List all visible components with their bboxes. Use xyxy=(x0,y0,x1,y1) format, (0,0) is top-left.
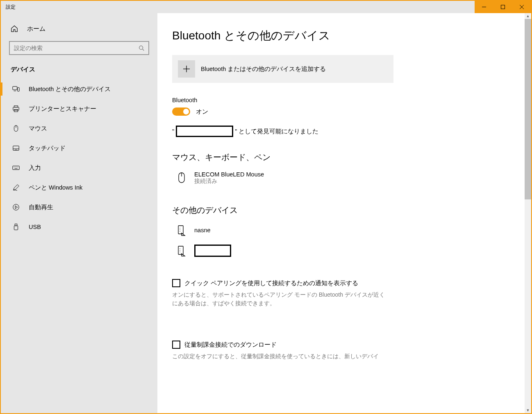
svg-point-18 xyxy=(14,167,14,167)
svg-rect-10 xyxy=(13,107,19,110)
svg-rect-25 xyxy=(14,226,18,230)
svg-rect-1 xyxy=(501,5,505,9)
sidebar-item-label: プリンターとスキャナー xyxy=(29,105,96,113)
device-name-redacted xyxy=(194,245,231,257)
svg-rect-30 xyxy=(178,226,183,234)
metered-label: 従量制課金接続でのダウンロード xyxy=(184,341,277,349)
svg-point-35 xyxy=(180,248,180,249)
svg-rect-34 xyxy=(178,246,183,254)
svg-rect-6 xyxy=(13,87,17,90)
group-heading-other: その他のデバイス xyxy=(172,205,484,216)
svg-rect-9 xyxy=(14,106,18,108)
sidebar-item-label: ペンと Windows Ink xyxy=(29,184,82,192)
svg-point-32 xyxy=(180,229,180,230)
add-device-label: Bluetooth またはその他のデバイスを追加する xyxy=(201,65,326,73)
usb-icon xyxy=(12,223,20,231)
sidebar-item-bluetooth[interactable]: Bluetooth とその他のデバイス xyxy=(1,79,157,99)
plus-icon xyxy=(182,65,191,73)
sidebar-item-pen[interactable]: ペンと Windows Ink xyxy=(1,178,157,197)
svg-point-4 xyxy=(139,46,143,50)
discoverable-text: " " として発見可能になりました xyxy=(172,126,484,137)
media-device-icon xyxy=(177,225,186,236)
svg-point-36 xyxy=(180,250,180,250)
svg-point-31 xyxy=(180,228,180,228)
search-icon xyxy=(139,45,144,51)
sidebar-item-label: 入力 xyxy=(29,164,41,172)
device-status: 接続済み xyxy=(194,178,264,185)
device-item-nasne[interactable]: nasne xyxy=(172,222,484,242)
svg-line-5 xyxy=(143,49,144,51)
discoverable-suffix: " として発見可能になりました xyxy=(235,128,318,135)
toggle-state-label: オン xyxy=(196,108,208,116)
sidebar-item-label: マウス xyxy=(29,125,47,133)
minimize-button[interactable] xyxy=(475,1,493,13)
add-device-button[interactable]: Bluetooth またはその他のデバイスを追加する xyxy=(172,55,393,83)
svg-rect-7 xyxy=(18,87,20,91)
svg-rect-11 xyxy=(14,110,18,112)
minimize-icon xyxy=(482,5,486,9)
mouse-device-icon xyxy=(177,172,186,183)
metered-description: この設定をオフにすると、従量制課金接続を使っているときには、新しいデバイ xyxy=(172,352,389,361)
sidebar-item-typing[interactable]: 入力 xyxy=(1,158,157,178)
scroll-down-icon[interactable]: ▼ xyxy=(525,407,531,413)
svg-point-23 xyxy=(13,204,19,210)
group-heading-mkp: マウス、キーボード、ペン xyxy=(172,152,484,163)
device-item-mouse[interactable]: ELECOM BlueLED Mouse 接続済み xyxy=(172,169,484,193)
mouse-icon xyxy=(12,125,20,132)
pen-icon xyxy=(12,184,20,191)
keyboard-icon xyxy=(12,164,20,172)
page-title: Bluetooth とその他のデバイス xyxy=(172,28,484,43)
titlebar: 設定 xyxy=(1,1,531,13)
category-header: デバイス xyxy=(1,62,157,79)
sidebar-item-autoplay[interactable]: 自動再生 xyxy=(1,197,157,217)
toggle-knob xyxy=(183,109,189,114)
svg-point-20 xyxy=(16,167,16,167)
svg-rect-17 xyxy=(13,166,19,170)
maximize-button[interactable] xyxy=(493,1,512,13)
maximize-icon xyxy=(501,5,505,9)
svg-point-33 xyxy=(180,231,180,231)
content-area: Bluetooth とその他のデバイス Bluetooth またはその他のデバイ… xyxy=(157,13,531,413)
home-nav[interactable]: ホーム xyxy=(1,20,157,38)
home-label: ホーム xyxy=(27,25,45,33)
device-name: ELECOM BlueLED Mouse xyxy=(194,171,264,178)
sidebar-item-mouse[interactable]: マウス xyxy=(1,119,157,138)
device-name-redacted xyxy=(176,126,233,137)
sidebar-item-label: USB xyxy=(29,224,41,230)
search-field[interactable] xyxy=(14,45,139,51)
home-icon xyxy=(11,25,18,32)
bluetooth-toggle[interactable] xyxy=(172,108,190,116)
quick-pairing-description: オンにすると、サポートされているペアリング モードの Bluetooth デバイ… xyxy=(172,290,389,308)
close-button[interactable] xyxy=(512,1,531,13)
sidebar-item-label: 自動再生 xyxy=(29,204,53,211)
scrollbar-thumb[interactable] xyxy=(525,19,531,199)
sidebar-item-label: Bluetooth とその他のデバイス xyxy=(29,85,111,93)
svg-rect-24 xyxy=(15,224,17,226)
sidebar-item-printers[interactable]: プリンターとスキャナー xyxy=(1,99,157,119)
svg-point-21 xyxy=(17,167,18,167)
search-input[interactable] xyxy=(9,41,149,55)
metered-checkbox[interactable] xyxy=(172,341,180,349)
discoverable-prefix: " xyxy=(172,128,174,135)
quick-pairing-label: クイック ペアリングを使用して接続するための通知を表示する xyxy=(184,279,358,287)
sidebar-item-label: タッチパッド xyxy=(29,144,66,152)
touchpad-icon xyxy=(12,144,20,152)
sidebar-item-usb[interactable]: USB xyxy=(1,217,157,237)
autoplay-icon xyxy=(12,204,20,211)
quick-pairing-checkbox[interactable] xyxy=(172,279,180,287)
device-name: nasne xyxy=(194,227,211,233)
window-title: 設定 xyxy=(1,4,475,11)
sidebar-item-touchpad[interactable]: タッチパッド xyxy=(1,138,157,158)
plus-icon-box xyxy=(178,60,195,78)
window-controls xyxy=(475,1,531,13)
media-device-icon xyxy=(177,245,186,257)
close-icon xyxy=(520,5,524,9)
device-item-redacted[interactable] xyxy=(172,242,484,263)
devices-icon xyxy=(12,85,20,93)
svg-point-37 xyxy=(180,252,180,252)
bluetooth-label: Bluetooth xyxy=(172,97,484,103)
scroll-up-icon[interactable]: ▲ xyxy=(525,13,531,19)
svg-point-19 xyxy=(15,167,16,167)
sidebar: ホーム デバイス Bluetooth とその他のデバイス プリンターとスキャナー… xyxy=(1,13,157,413)
scrollbar[interactable]: ▲ ▼ xyxy=(525,13,531,413)
